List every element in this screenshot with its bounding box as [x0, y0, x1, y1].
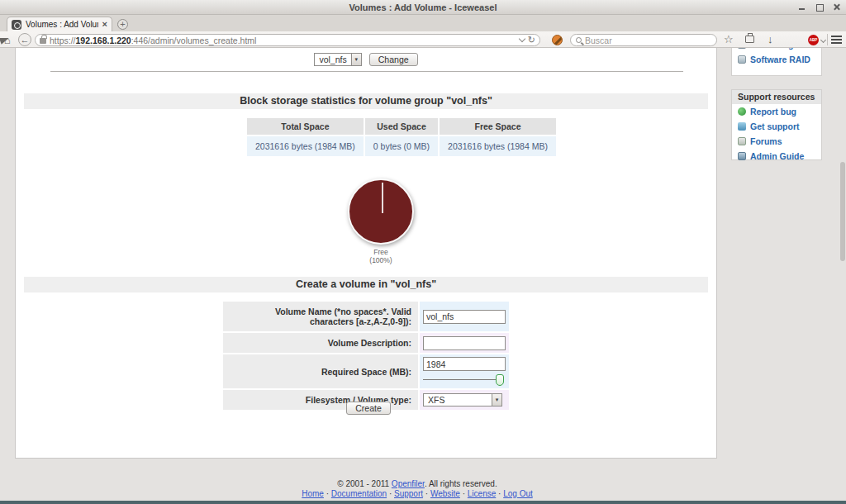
form-row-volume-name: Volume Name (*no spaces*. Valid characte… [223, 302, 509, 331]
volume-name-input[interactable] [423, 310, 506, 324]
footer-link-logout[interactable]: Log Out [503, 489, 533, 498]
url-bar[interactable]: https://192.168.1.220:446/admin/volumes_… [35, 34, 540, 46]
window-controls [797, 2, 841, 12]
support-resources-box: Support resources Report bug Get support… [731, 89, 822, 160]
back-button[interactable]: ← [18, 33, 31, 46]
hamburger-menu-icon[interactable] [831, 36, 842, 44]
volume-description-input[interactable] [423, 336, 506, 350]
tab-strip: Volumes : Add Volume × + [0, 15, 846, 31]
iscsi-targets-link[interactable]: iSCSI Targets [750, 48, 806, 50]
stats-header-row: Total Space Used Space Free Space [247, 118, 556, 135]
create-section-title: Create a volume in "vol_nfs" [24, 277, 708, 292]
volume-group-select[interactable]: vol_nfs ▾ [314, 53, 361, 66]
downloads-icon[interactable]: ↓ [768, 33, 773, 46]
storage-pie-chart [348, 178, 414, 245]
openfiler-link[interactable]: Openfiler [392, 479, 425, 488]
support-resources-title: Support resources [732, 90, 821, 104]
sidebar-nav-box: iSCSI Targets Software RAID [731, 48, 822, 76]
footer-link-license[interactable]: License [468, 489, 496, 498]
footer-separator: · [326, 489, 329, 498]
minimize-icon[interactable] [797, 2, 806, 12]
stats-header-total: Total Space [247, 118, 364, 135]
page-scrollbar[interactable] [840, 48, 845, 504]
footer-link-website[interactable]: Website [430, 489, 460, 498]
screen: Volumes : Add Volume - Iceweasel Volumes… [0, 0, 846, 504]
admin-guide-link[interactable]: Admin Guide [750, 151, 804, 161]
search-bar[interactable] [570, 34, 717, 46]
get-support-link[interactable]: Get support [750, 121, 800, 131]
sidebar-item-forums[interactable]: Forums [732, 134, 821, 149]
stats-header-used: Used Space [365, 118, 438, 135]
copyright-line: © 2001 - 2011 Openfiler. All rights rese… [0, 479, 834, 489]
form-row-volume-description: Volume Description: [223, 333, 509, 353]
report-bug-link[interactable]: Report bug [750, 107, 796, 116]
create-volume-form: Volume Name (*no spaces*. Valid characte… [221, 300, 511, 411]
url-history-dropdown-icon[interactable] [519, 36, 525, 42]
stats-section-title: Block storage statistics for volume grou… [24, 93, 708, 109]
blocked-plugin-icon[interactable] [552, 35, 563, 45]
footer-separator: · [463, 489, 465, 498]
pie-caption: Free (100%) [348, 248, 414, 264]
volume-group-select-value: vol_nfs [315, 55, 350, 64]
slider-track [423, 379, 502, 380]
padlock-icon [40, 38, 46, 44]
scrollbar-thumb[interactable] [840, 162, 845, 261]
required-space-slider[interactable] [423, 374, 502, 386]
close-window-icon[interactable] [832, 2, 841, 12]
adblock-icon[interactable]: ABP [808, 35, 819, 45]
maximize-icon[interactable] [815, 2, 824, 12]
url-path: :446/admin/volumes_create.html [131, 36, 257, 45]
footer-link-support[interactable]: Support [394, 489, 423, 498]
iscsi-targets-icon [738, 48, 746, 49]
page-footer: © 2001 - 2011 Openfiler. All rights rese… [0, 479, 834, 499]
volume-name-label: Volume Name (*no spaces*. Valid characte… [223, 302, 418, 331]
tab-close-icon[interactable]: × [102, 20, 107, 29]
search-input[interactable] [585, 36, 711, 45]
window-title: Volumes : Add Volume - Iceweasel [349, 2, 497, 12]
footer-link-home[interactable]: Home [302, 489, 324, 498]
pie-caption-percent: (100%) [348, 256, 414, 264]
tab-volumes-add-volume[interactable]: Volumes : Add Volume × [7, 17, 112, 31]
stats-value-row: 2031616 bytes (1984 MB) 0 bytes (0 MB) 2… [247, 136, 556, 156]
bookmarks-menu-icon[interactable] [745, 36, 754, 43]
stats-value-total: 2031616 bytes (1984 MB) [247, 136, 364, 156]
url-text[interactable]: https://192.168.1.220:446/admin/volumes_… [50, 36, 516, 45]
required-space-input[interactable] [423, 357, 506, 371]
report-bug-icon [738, 107, 746, 116]
change-button[interactable]: Change [369, 53, 418, 66]
sidebar-item-get-support[interactable]: Get support [732, 119, 821, 134]
software-raid-link[interactable]: Software RAID [750, 55, 810, 64]
bottom-edge-strip [0, 501, 846, 504]
pie-caption-label: Free [348, 248, 414, 256]
divider [50, 71, 683, 72]
sidebar-item-software-raid[interactable]: Software RAID [732, 52, 821, 67]
pie-slice-boundary [382, 183, 383, 213]
chevron-down-icon[interactable]: ▾ [351, 54, 361, 65]
footer-link-documentation[interactable]: Documentation [331, 489, 387, 498]
stats-table: Total Space Used Space Free Space 203161… [245, 116, 558, 158]
forums-link[interactable]: Forums [750, 136, 782, 146]
sidebar-item-admin-guide[interactable]: Admin Guide [732, 149, 821, 164]
bookmark-star-icon[interactable]: ☆ [724, 33, 734, 46]
search-icon [576, 37, 582, 43]
sidebar-item-report-bug[interactable]: Report bug [732, 104, 821, 119]
url-host: 192.168.1.220 [76, 36, 131, 45]
footer-separator: · [498, 489, 501, 498]
page-viewport: vol_nfs ▾ Change Block storage statistic… [0, 48, 846, 504]
get-support-icon [738, 122, 746, 131]
slider-thumb[interactable] [496, 374, 504, 386]
openfiler-favicon [12, 20, 21, 30]
software-raid-icon [738, 55, 746, 64]
create-button[interactable]: Create [346, 402, 391, 415]
form-row-required-space: Required Space (MB): [223, 354, 509, 388]
window-titlebar: Volumes : Add Volume - Iceweasel [0, 0, 846, 15]
forums-icon [738, 137, 746, 145]
reload-icon[interactable]: ↻ [528, 36, 535, 45]
toolbar-separator [827, 34, 828, 45]
new-tab-button[interactable]: + [117, 19, 128, 30]
navigation-toolbar: ⌂ ← https://192.168.1.220:446/admin/volu… [0, 31, 846, 48]
footer-separator: · [389, 489, 392, 498]
adblock-dropdown-icon[interactable] [820, 37, 826, 43]
stats-value-used: 0 bytes (0 MB) [365, 136, 438, 156]
stats-value-free: 2031616 bytes (1984 MB) [440, 136, 556, 156]
